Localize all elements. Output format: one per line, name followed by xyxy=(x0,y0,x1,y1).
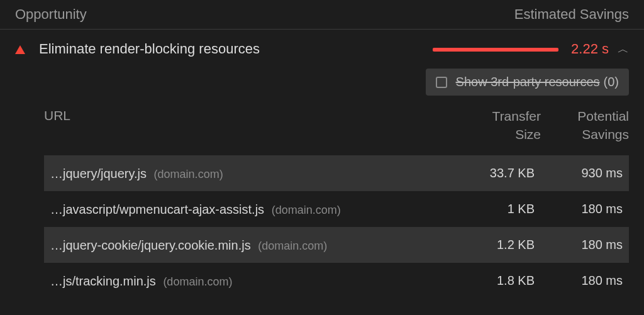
resources-table: URL Transfer Size Potential Savings …jqu… xyxy=(0,102,644,299)
resource-path: …js/tracking.min.js xyxy=(50,274,156,288)
resource-domain: (domain.com) xyxy=(154,168,223,180)
potential-savings: 180 ms xyxy=(547,202,623,215)
third-party-filter-pill[interactable]: Show 3rd-party resources (0) xyxy=(426,69,629,96)
potential-savings: 180 ms xyxy=(547,238,623,251)
col-header-size: Transfer Size xyxy=(478,107,553,144)
checkbox-icon[interactable] xyxy=(436,77,447,88)
resource-path: …jquery-cookie/jquery.cookie.min.js xyxy=(50,238,251,252)
opportunity-row[interactable]: Eliminate render-blocking resources 2.22… xyxy=(0,30,644,66)
potential-savings: 930 ms xyxy=(547,167,623,179)
table-row[interactable]: …javascript/wpmenucart-ajax-assist.js (d… xyxy=(44,191,629,227)
opportunity-title: Eliminate render-blocking resources xyxy=(39,41,433,57)
table-row[interactable]: …jquery-cookie/jquery.cookie.min.js (dom… xyxy=(44,227,629,263)
resource-domain: (domain.com) xyxy=(258,240,327,252)
table-row[interactable]: …jquery/jquery.js (domain.com) 33.7 KB 9… xyxy=(44,155,629,191)
estimated-savings-value: 2.22 s xyxy=(571,41,609,57)
resource-domain: (domain.com) xyxy=(272,204,341,216)
potential-savings: 180 ms xyxy=(547,274,623,287)
resource-domain: (domain.com) xyxy=(163,275,232,288)
table-row[interactable]: …js/tracking.min.js (domain.com) 1.8 KB … xyxy=(44,263,629,299)
transfer-size: 1.2 KB xyxy=(472,238,547,251)
header-opportunity-label: Opportunity xyxy=(15,6,87,23)
chevron-up-icon[interactable]: ︿ xyxy=(618,41,629,57)
col-header-url: URL xyxy=(44,107,478,144)
transfer-size: 1.8 KB xyxy=(472,274,547,287)
resource-path: …javascript/wpmenucart-ajax-assist.js xyxy=(50,202,264,216)
third-party-filter-count: (0) xyxy=(604,75,619,89)
col-header-savings: Potential Savings xyxy=(553,107,629,144)
transfer-size: 33.7 KB xyxy=(472,167,547,179)
savings-bar xyxy=(433,48,558,52)
warning-triangle-icon xyxy=(15,45,25,54)
header-row: Opportunity Estimated Savings xyxy=(0,0,644,30)
header-savings-label: Estimated Savings xyxy=(514,6,629,23)
third-party-filter-label: Show 3rd-party resources xyxy=(456,75,600,89)
table-header: URL Transfer Size Potential Savings xyxy=(44,102,629,155)
resource-path: …jquery/jquery.js xyxy=(50,167,147,180)
transfer-size: 1 KB xyxy=(472,202,547,215)
